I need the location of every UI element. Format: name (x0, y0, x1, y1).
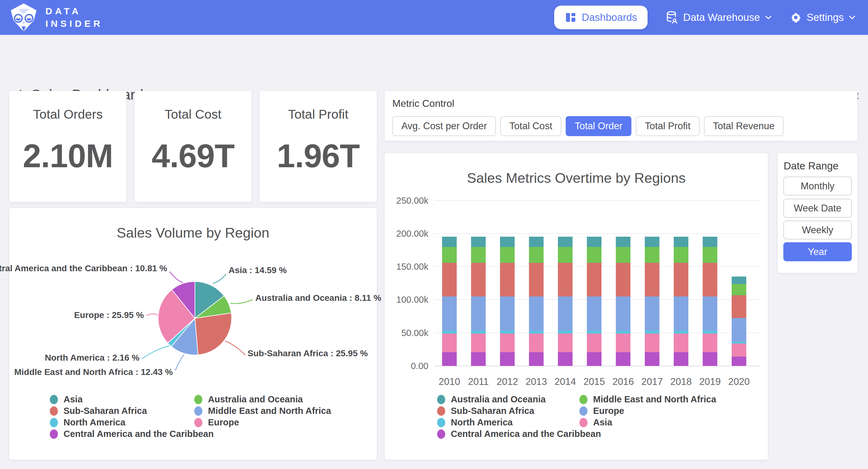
legend-item-sub-saharan-africa[interactable]: Sub-Saharan Africa (437, 405, 579, 417)
legend-item-north-america[interactable]: North America (437, 417, 579, 428)
bar-segment-2019-middle-east-and-north-africa[interactable] (703, 247, 717, 263)
legend-item-australia-and-oceania[interactable]: Australia and Oceania (194, 393, 331, 405)
bar-segment-2016-north-america[interactable] (616, 331, 630, 333)
bar-segment-2018-asia[interactable] (674, 333, 688, 353)
bar-segment-2013-asia[interactable] (529, 333, 544, 353)
date-range-year[interactable]: Year (783, 242, 852, 261)
legend-item-australia-and-oceania[interactable]: Australia and Oceania (437, 393, 579, 405)
bar-segment-2017-australia-and-oceania[interactable] (645, 237, 659, 247)
bar-segment-2011-middle-east-and-north-africa[interactable] (471, 247, 486, 263)
bar-segment-2013-australia-and-oceania[interactable] (529, 237, 544, 247)
bar-segment-2020-sub-saharan-africa[interactable] (732, 295, 746, 318)
bar-segment-2011-central-america-and-the-caribbean[interactable] (471, 352, 486, 366)
legend-item-sub-saharan-africa[interactable]: Sub-Saharan Africa (50, 405, 194, 417)
bar-segment-2010-europe[interactable] (442, 296, 457, 331)
dashboards-button[interactable]: Dashboards (554, 6, 648, 29)
bar-segment-2016-middle-east-and-north-africa[interactable] (616, 247, 630, 263)
bar-segment-2017-europe[interactable] (645, 296, 659, 331)
bar-segment-2017-sub-saharan-africa[interactable] (645, 263, 659, 296)
bar-segment-2014-middle-east-and-north-africa[interactable] (558, 247, 572, 263)
bar-segment-2015-asia[interactable] (587, 333, 601, 353)
bar-segment-2017-central-america-and-the-caribbean[interactable] (645, 352, 659, 366)
bar-segment-2018-middle-east-and-north-africa[interactable] (674, 247, 688, 263)
legend-item-central-america-and-the-caribbean[interactable]: Central America and the Caribbean (50, 428, 194, 440)
bar-segment-2016-sub-saharan-africa[interactable] (616, 263, 630, 296)
bar-segment-2012-sub-saharan-africa[interactable] (500, 263, 515, 296)
metric-option-total-order[interactable]: Total Order (566, 116, 631, 136)
metric-option-total-profit[interactable]: Total Profit (636, 116, 699, 136)
bar-segment-2012-australia-and-oceania[interactable] (500, 237, 515, 247)
legend-item-europe[interactable]: Europe (579, 405, 716, 417)
bar-segment-2018-australia-and-oceania[interactable] (674, 237, 688, 247)
bar-segment-2015-europe[interactable] (587, 296, 601, 331)
bar-segment-2014-asia[interactable] (558, 333, 572, 353)
legend-item-middle-east-and-north-africa[interactable]: Middle East and North Africa (579, 393, 716, 405)
bar-segment-2016-central-america-and-the-caribbean[interactable] (616, 352, 630, 366)
bar-segment-2018-europe[interactable] (674, 296, 688, 331)
bar-segment-2014-australia-and-oceania[interactable] (558, 237, 572, 247)
bar-segment-2015-middle-east-and-north-africa[interactable] (587, 247, 601, 263)
bar-segment-2020-central-america-and-the-caribbean[interactable] (732, 357, 746, 366)
bar-segment-2011-europe[interactable] (471, 296, 486, 331)
bar-segment-2013-sub-saharan-africa[interactable] (529, 263, 544, 296)
bar-segment-2012-asia[interactable] (500, 333, 515, 353)
data-warehouse-button[interactable]: Data Warehouse (665, 11, 772, 24)
bar-segment-2010-australia-and-oceania[interactable] (442, 237, 457, 247)
date-range-monthly[interactable]: Monthly (783, 177, 852, 196)
bar-segment-2013-middle-east-and-north-africa[interactable] (529, 247, 544, 263)
bar-segment-2019-sub-saharan-africa[interactable] (703, 263, 717, 296)
bar-segment-2012-north-america[interactable] (500, 331, 515, 333)
bar-segment-2012-middle-east-and-north-africa[interactable] (500, 247, 515, 263)
bar-segment-2020-north-america[interactable] (732, 342, 746, 343)
bar-segment-2019-europe[interactable] (703, 296, 717, 331)
bar-segment-2019-asia[interactable] (703, 333, 717, 353)
bar-segment-2010-sub-saharan-africa[interactable] (442, 263, 457, 296)
legend-item-central-america-and-the-caribbean[interactable]: Central America and the Caribbean (437, 428, 579, 440)
bar-segment-2014-north-america[interactable] (558, 331, 572, 333)
bar-segment-2017-north-america[interactable] (645, 331, 659, 333)
bar-segment-2015-central-america-and-the-caribbean[interactable] (587, 352, 601, 366)
legend-item-middle-east-and-north-africa[interactable]: Middle East and North Africa (194, 405, 331, 417)
bar-segment-2010-north-america[interactable] (442, 331, 457, 333)
bar-segment-2013-north-america[interactable] (529, 331, 544, 333)
legend-item-europe[interactable]: Europe (194, 417, 331, 428)
bar-segment-2020-middle-east-and-north-africa[interactable] (732, 284, 746, 295)
bar-segment-2018-sub-saharan-africa[interactable] (674, 263, 688, 296)
bar-segment-2014-sub-saharan-africa[interactable] (558, 263, 572, 296)
bar-segment-2010-asia[interactable] (442, 333, 457, 353)
bar-segment-2020-asia[interactable] (732, 344, 746, 357)
metric-option-total-revenue[interactable]: Total Revenue (704, 116, 784, 136)
date-range-weekly[interactable]: Weekly (783, 221, 852, 239)
bar-segment-2020-europe[interactable] (732, 318, 746, 342)
bar-segment-2018-north-america[interactable] (674, 331, 688, 333)
bar-segment-2012-europe[interactable] (500, 296, 515, 331)
legend-item-asia[interactable]: Asia (579, 417, 716, 428)
bar-segment-2019-north-america[interactable] (703, 331, 717, 333)
bar-segment-2016-asia[interactable] (616, 333, 630, 353)
bar-segment-2019-central-america-and-the-caribbean[interactable] (703, 352, 717, 366)
brand-logo[interactable]: DATA INSIDER (9, 2, 103, 32)
pie-slice-sub-saharan-africa[interactable] (195, 313, 231, 355)
bar-segment-2020-australia-and-oceania[interactable] (732, 276, 746, 284)
legend-item-north-america[interactable]: North America (50, 417, 194, 428)
bar-segment-2010-central-america-and-the-caribbean[interactable] (442, 352, 457, 366)
pie-chart[interactable] (157, 280, 233, 356)
bar-segment-2011-australia-and-oceania[interactable] (471, 237, 486, 247)
bar-segment-2017-middle-east-and-north-africa[interactable] (645, 247, 659, 263)
bar-segment-2011-north-america[interactable] (471, 331, 486, 333)
bar-segment-2015-australia-and-oceania[interactable] (587, 237, 601, 247)
bar-segment-2011-sub-saharan-africa[interactable] (471, 263, 486, 296)
bar-segment-2016-europe[interactable] (616, 296, 630, 331)
bar-segment-2016-australia-and-oceania[interactable] (616, 237, 630, 247)
legend-item-asia[interactable]: Asia (50, 393, 194, 405)
bar-segment-2011-asia[interactable] (471, 333, 486, 353)
bar-segment-2018-central-america-and-the-caribbean[interactable] (674, 352, 688, 366)
bar-segment-2014-europe[interactable] (558, 296, 572, 331)
bar-segment-2013-europe[interactable] (529, 296, 544, 331)
settings-button[interactable]: Settings (790, 11, 856, 23)
bar-segment-2010-middle-east-and-north-africa[interactable] (442, 247, 457, 263)
bar-segment-2013-central-america-and-the-caribbean[interactable] (529, 352, 544, 366)
bar-segment-2012-central-america-and-the-caribbean[interactable] (500, 352, 515, 366)
metric-option-total-cost[interactable]: Total Cost (500, 116, 561, 136)
bar-segment-2015-sub-saharan-africa[interactable] (587, 263, 601, 296)
